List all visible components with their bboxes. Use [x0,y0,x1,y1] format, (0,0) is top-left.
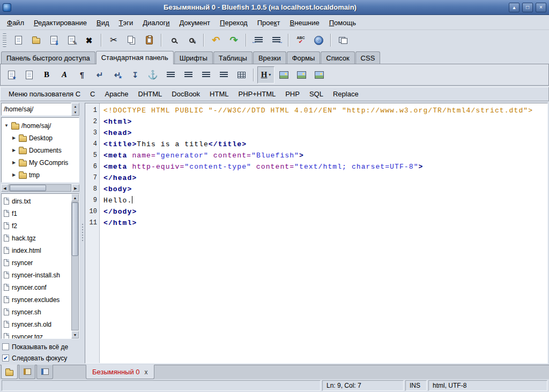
align-right-button[interactable] [180,66,197,84]
quickbar-html[interactable]: HTML [205,87,233,101]
browser-preview-button[interactable] [310,32,327,48]
quickbar-apache[interactable]: Apache [100,87,133,101]
code-area[interactable]: <!DOCTYPE HTML PUBLIC "-//W3C//DTD HTML … [100,103,547,363]
code-line[interactable]: </body> [103,206,547,217]
checkbox-unchecked-icon[interactable] [2,343,9,350]
scroll-down-button[interactable]: ▼ [71,331,79,338]
justify-button[interactable] [215,66,232,84]
paste-button[interactable] [140,32,158,48]
scroll-up-button[interactable]: ▲ [71,194,79,201]
toolbar-grip[interactable] [3,33,6,47]
heading-button[interactable]: H▾ [257,66,274,84]
quickbar-c[interactable]: C [85,87,100,101]
titlebar[interactable]: Безымянный 0 - Bluefish 1.0.5 (на localh… [0,0,549,15]
menu-document[interactable]: Документ [174,15,215,29]
menu-tags[interactable]: Тэги [114,15,138,29]
paragraph-button[interactable]: ¶ [73,66,91,84]
file-item[interactable]: f1 [2,207,71,220]
quickbar-php[interactable]: PHP [280,87,305,101]
show-all-checkbox[interactable]: Показывать всё де [2,341,79,352]
code-line[interactable]: Hello. [103,195,547,206]
scrollbar-trough[interactable] [71,202,79,330]
file-item[interactable]: f2 [2,220,71,232]
image-button[interactable] [275,66,292,84]
directory-input[interactable] [1,103,71,116]
preview-windows-button[interactable] [335,32,352,48]
expander-closed-icon[interactable]: ▶ [11,160,17,165]
multi-thumbnail-button[interactable] [310,66,328,84]
code-line[interactable]: </html> [103,217,547,229]
pane-splitter[interactable] [80,101,85,365]
quickbar-user-menu[interactable]: Меню пользователя С [4,87,85,101]
sidebar-tab-filebrowser[interactable] [1,365,18,379]
checkbox-checked-icon[interactable]: ✔ [2,355,9,361]
file-item[interactable]: rsyncer.conf [2,281,71,293]
code-line[interactable]: <title>This is a title</title> [103,139,547,150]
document-tab-close-icon[interactable]: x [145,368,148,376]
save-as-button[interactable]: ✎ [63,32,80,48]
italic-button[interactable]: A [56,66,73,84]
file-item[interactable]: rsyncer.tgz [2,330,71,338]
menu-view[interactable]: Вид [92,15,114,29]
follow-focus-checkbox[interactable]: ✔ Следовать фокусу [2,352,79,364]
scrollbar-thumb[interactable] [10,185,46,191]
menu-file[interactable]: Файл [2,15,29,29]
tab-frames[interactable]: Врезки [253,51,286,64]
tab-css[interactable]: CSS [355,51,381,64]
code-line[interactable]: <body> [103,184,547,195]
tab-list[interactable]: Список [321,51,354,64]
tree-item-gcompris[interactable]: ▶ My GCompris [2,156,79,169]
code-line[interactable]: <meta http-equiv="content-type" content=… [103,161,547,172]
menu-dialogs[interactable]: Диалоги [138,15,174,29]
scroll-right-button[interactable]: ▶ [72,184,79,192]
document-tab-label[interactable]: Безымянный 0 [92,368,140,376]
save-button[interactable]: ⇓ [45,32,62,48]
body-button[interactable] [20,66,38,84]
stepper-down-icon[interactable]: ▼ [72,109,79,115]
file-item[interactable]: dirs.txt [2,195,71,207]
tree-item-root[interactable]: ▼ /home/saj/ [2,119,79,132]
tree-item-desktop[interactable]: ▶ Desktop [2,132,79,144]
bold-button[interactable]: B [38,66,55,84]
scrollbar-thumb[interactable] [72,202,78,256]
tree-item-documents[interactable]: ▶ Documents [2,144,79,156]
indent-button[interactable]: → [268,32,285,48]
quickstart-button[interactable]: ★ [3,66,20,84]
sidebar-tab-reference[interactable] [19,365,35,379]
quickbar-docbook[interactable]: DocBook [167,87,205,101]
menu-go[interactable]: Переход [215,15,253,29]
quickbar-dhtml[interactable]: DHTML [133,87,167,101]
expander-open-icon[interactable]: ▼ [4,123,9,128]
close-document-button[interactable]: ✖ [80,32,98,48]
code-line[interactable]: <html> [103,116,547,127]
code-line[interactable]: <head> [103,127,547,139]
app-icon[interactable] [3,3,11,12]
tree-item-tmp[interactable]: ▶ tmp [2,169,79,181]
shade-button[interactable]: ▴ [509,3,520,12]
scrollbar-trough[interactable] [9,184,71,192]
code-line[interactable]: <!DOCTYPE HTML PUBLIC "-//W3C//DTD HTML … [103,105,547,116]
open-button[interactable] [27,32,44,48]
close-button[interactable]: × [536,3,546,12]
align-left-button[interactable] [162,66,179,84]
copy-button[interactable] [123,32,140,48]
spellcheck-button[interactable]: ABC✔ [292,32,309,48]
expander-closed-icon[interactable]: ▶ [11,148,17,153]
quickbar-replace[interactable]: Replace [328,87,363,101]
find-button[interactable] [165,32,182,48]
file-item[interactable]: index.html [2,244,71,257]
quickbar-php-html[interactable]: PHP+HTML [233,87,280,101]
tab-fonts[interactable]: Шрифты [174,51,213,64]
code-line[interactable]: <meta name="generator" content="Bluefish… [103,150,547,161]
sidebar-tab-bookmarks[interactable] [36,365,53,379]
stepper-up-icon[interactable]: ▲ [72,103,79,109]
anchor-button[interactable]: ⚓ [144,66,161,84]
replace-button[interactable]: ✎ [183,32,200,48]
code-line[interactable]: </head> [103,172,547,184]
tab-quick-access[interactable]: Панель быстрого доступа [1,51,95,64]
line-break-button[interactable]: ↵ [91,66,108,84]
maximize-button[interactable]: □ [522,3,533,12]
tab-tables[interactable]: Таблицы [213,51,253,64]
menu-project[interactable]: Проект [253,15,285,29]
file-item[interactable]: rsyncer-install.sh [2,269,71,281]
